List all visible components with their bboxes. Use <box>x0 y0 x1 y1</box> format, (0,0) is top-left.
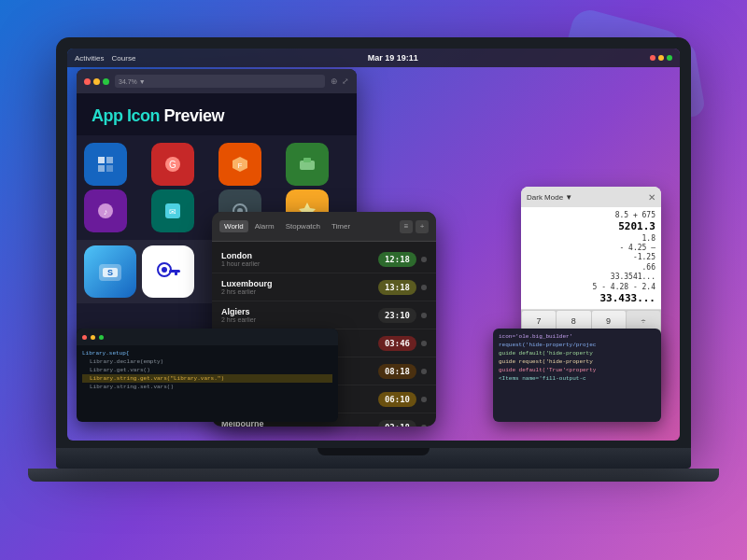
clock-toolbar-right: ≡ + <box>400 220 429 233</box>
code-right-line-1: icon='ole.big_builder' <box>499 332 655 341</box>
svg-text:✉: ✉ <box>169 207 176 217</box>
clock-menu-btn[interactable]: ≡ <box>400 220 413 233</box>
tab-world[interactable]: World <box>219 220 248 232</box>
clock-add-btn[interactable]: + <box>416 220 429 233</box>
svg-rect-23 <box>175 270 177 275</box>
code-right-text-3: guide default('hide-property <box>499 349 593 357</box>
clock-vanisle-time: 06:10 <box>378 392 416 407</box>
code-content-right: icon='ole.big_builder' request('hide-pro… <box>493 329 661 386</box>
tab-timer[interactable]: Timer <box>327 220 355 232</box>
app-icon-3[interactable]: F <box>218 143 261 186</box>
browser-url-bar[interactable]: 34.7% ▼ <box>115 75 325 88</box>
calculator-mode[interactable]: Dark Mode ▼ <box>527 193 572 202</box>
svg-text:♪: ♪ <box>104 207 108 217</box>
code-right-text-2: request('hide-property/projec <box>499 341 596 349</box>
code-max-dot[interactable] <box>99 335 104 340</box>
menu-bar: Activities Course Mar 19 19:11 <box>67 49 680 67</box>
clock-melbourne-time: 03:18 <box>378 420 416 427</box>
menu-bar-right <box>650 55 672 61</box>
clock-bangalore-time: 03:46 <box>378 336 416 351</box>
clock-tabs: World Alarm Stopwatch Timer <box>219 220 355 232</box>
window-controls <box>650 55 672 61</box>
clock-algiers-dot <box>421 313 427 318</box>
clock-bangalore-dot <box>421 341 427 346</box>
code-content-left: Library.setup{ Library.declare(empty) Li… <box>77 345 338 395</box>
calc-row-4: - 4.25 – <box>527 244 655 253</box>
clock-singapore-time: 08:18 <box>378 364 416 379</box>
svg-point-21 <box>162 267 167 273</box>
clock-toolbar: World Alarm Stopwatch Timer ≡ + <box>212 212 436 242</box>
menu-course[interactable]: Course <box>112 54 136 63</box>
svg-text:G: G <box>169 160 176 170</box>
menu-activities[interactable]: Activities <box>75 54 105 63</box>
share-icon[interactable]: ⤢ <box>342 77 349 86</box>
zoom-icon[interactable]: ⊕ <box>331 77 338 86</box>
calculator-close-btn[interactable]: ✕ <box>648 192 655 203</box>
clock-luxembourg-info: Luxembourg 2 hrs earlier <box>221 279 378 295</box>
code-close-dot[interactable] <box>82 335 87 340</box>
menu-bar-left: Activities Course <box>75 54 135 63</box>
tab-stopwatch[interactable]: Stopwatch <box>281 220 325 232</box>
svg-rect-1 <box>106 157 113 163</box>
svg-text:S: S <box>107 268 113 277</box>
app-icon-5[interactable]: ♪ <box>84 189 127 232</box>
app-icon-stacks[interactable]: S <box>84 245 136 298</box>
code-text-4: Library.string.get.vars("Library.vars.") <box>82 374 224 383</box>
calculator-display: 8.5 + 675 5201.3 1.8 - 4.25 – -1.25 .66 … <box>521 207 661 310</box>
clock-luxembourg-dot <box>421 285 427 290</box>
clock-luxembourg-time: 13:18 <box>378 280 416 295</box>
calc-row-7: 33.3541... <box>527 273 655 282</box>
close-dot[interactable] <box>650 55 655 61</box>
clock-item-luxembourg: Luxembourg 2 hrs earlier 13:18 <box>212 273 436 301</box>
svg-rect-2 <box>98 165 105 172</box>
browser-minimize[interactable] <box>93 78 100 85</box>
app-icon-2[interactable]: G <box>151 143 194 186</box>
code-toolbar-left <box>77 329 338 345</box>
browser-url-text: 34.7% ▼ <box>119 78 146 85</box>
clock-luxembourg-desc: 2 hrs earlier <box>221 288 378 295</box>
clock-algiers-time: 23:10 <box>378 308 416 323</box>
svg-rect-9 <box>303 158 311 162</box>
clock-algiers-name: Algiers <box>221 307 378 316</box>
laptop-notch <box>317 448 430 455</box>
code-text: Library.setup{ <box>82 349 129 357</box>
browser-actions: ⊕ ⤢ <box>331 77 349 86</box>
calc-row-3: 1.8 <box>527 234 655 244</box>
app-icon-1[interactable] <box>84 143 127 186</box>
code-min-dot[interactable] <box>91 335 95 340</box>
code-text-5: Library.string.set.vars() <box>82 383 174 391</box>
code-text-2: Library.declare(empty) <box>82 357 163 366</box>
tab-alarm[interactable]: Alarm <box>250 220 279 232</box>
svg-text:F: F <box>238 161 243 170</box>
app-icon-keys[interactable] <box>142 245 194 298</box>
app-icon-6[interactable]: ✉ <box>151 189 194 232</box>
preview-title-colored: App Icon <box>92 106 160 125</box>
clock-london-time: 12:18 <box>378 252 416 267</box>
clock-item-london: London 1 hour earlier 12:18 <box>212 245 436 273</box>
code-right-line-4: guide request('hide-property <box>499 357 655 366</box>
browser-maximize[interactable] <box>103 78 109 85</box>
clock-london-info: London 1 hour earlier <box>221 251 378 267</box>
clock-london-desc: 1 hour earlier <box>221 260 378 267</box>
laptop-base <box>56 448 691 469</box>
screen: Activities Course Mar 19 19:11 <box>67 49 680 441</box>
code-right-text-4: guide request('hide-property <box>499 357 593 366</box>
calculator-toolbar: Dark Mode ▼ ✕ <box>521 187 661 207</box>
clock-melbourne-dot <box>421 425 427 427</box>
code-right-line-3: guide default('hide-property <box>499 349 655 357</box>
code-right-line-6: <Items name='fill-output-c <box>499 374 655 383</box>
code-right-text-5: guide default('True'<property <box>499 366 596 374</box>
code-editor-right: icon='ole.big_builder' request('hide-pro… <box>493 329 661 422</box>
laptop-bottom-bar <box>28 469 719 482</box>
svg-rect-0 <box>98 157 105 163</box>
maximize-dot[interactable] <box>667 55 672 61</box>
browser-close[interactable] <box>84 78 91 85</box>
calc-row-2: 5201.3 <box>527 220 655 233</box>
preview-title: App Icon Preview <box>92 106 342 126</box>
code-line-3: Library.get.vars() <box>82 366 332 374</box>
code-line-2: Library.declare(empty) <box>82 357 332 366</box>
clock-london-name: London <box>221 251 378 260</box>
browser-toolbar: 34.7% ▼ ⊕ ⤢ <box>77 69 357 93</box>
app-icon-4[interactable] <box>286 143 329 186</box>
minimize-dot[interactable] <box>658 55 664 61</box>
